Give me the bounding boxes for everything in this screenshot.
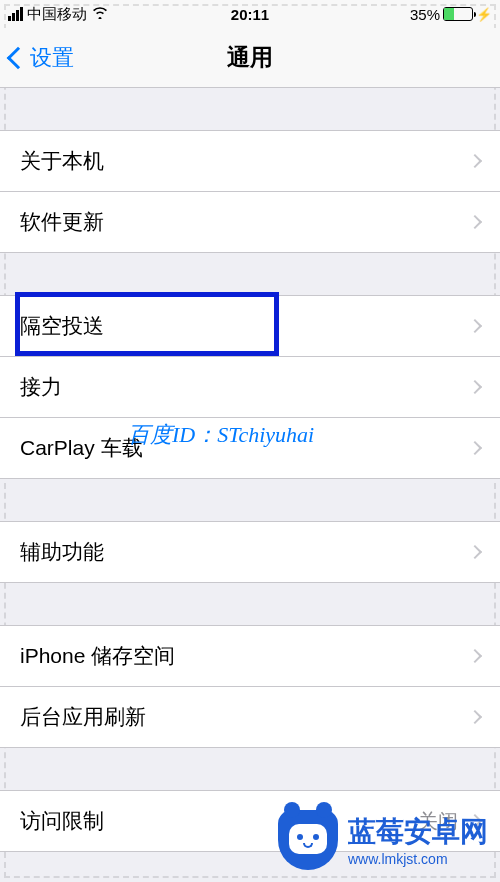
row-label: iPhone 储存空间: [20, 642, 175, 670]
brand-watermark: 蓝莓安卓网 www.lmkjst.com: [278, 810, 488, 870]
row-about[interactable]: 关于本机: [0, 130, 500, 192]
row-handoff[interactable]: 接力: [0, 357, 500, 418]
chevron-right-icon: [468, 545, 482, 559]
row-label: 后台应用刷新: [20, 703, 146, 731]
carrier-label: 中国移动: [27, 5, 87, 24]
back-label: 设置: [30, 43, 74, 73]
back-button[interactable]: 设置: [10, 43, 74, 73]
battery-percent: 35%: [410, 6, 440, 23]
row-airdrop[interactable]: 隔空投送: [0, 295, 500, 357]
row-iphone-storage[interactable]: iPhone 储存空间: [0, 625, 500, 687]
chevron-right-icon: [468, 215, 482, 229]
nav-bar: 设置 通用: [0, 28, 500, 88]
row-label: 隔空投送: [20, 312, 104, 340]
chevron-right-icon: [468, 380, 482, 394]
brand-url: www.lmkjst.com: [348, 851, 488, 867]
brand-name: 蓝莓安卓网: [348, 813, 488, 851]
chevron-right-icon: [468, 441, 482, 455]
status-bar: 中国移动 20:11 35% ⚡: [0, 0, 500, 28]
wifi-icon: [91, 5, 109, 23]
status-time: 20:11: [231, 6, 269, 23]
row-background-refresh[interactable]: 后台应用刷新: [0, 687, 500, 748]
chevron-right-icon: [468, 710, 482, 724]
row-label: 接力: [20, 373, 62, 401]
row-label: 辅助功能: [20, 538, 104, 566]
page-title: 通用: [227, 42, 273, 73]
mascot-icon: [278, 810, 338, 870]
charging-icon: ⚡: [476, 7, 492, 22]
battery-icon: [443, 7, 473, 21]
signal-icon: [8, 7, 23, 21]
row-accessibility[interactable]: 辅助功能: [0, 521, 500, 583]
chevron-right-icon: [468, 319, 482, 333]
chevron-left-icon: [7, 46, 30, 69]
row-software-update[interactable]: 软件更新: [0, 192, 500, 253]
row-label: CarPlay 车载: [20, 434, 143, 462]
chevron-right-icon: [468, 649, 482, 663]
row-label: 访问限制: [20, 807, 104, 835]
chevron-right-icon: [468, 154, 482, 168]
row-label: 软件更新: [20, 208, 104, 236]
row-label: 关于本机: [20, 147, 104, 175]
row-carplay[interactable]: CarPlay 车载: [0, 418, 500, 479]
settings-list: 关于本机 软件更新 隔空投送 接力 CarPlay 车载 辅助功能: [0, 88, 500, 852]
